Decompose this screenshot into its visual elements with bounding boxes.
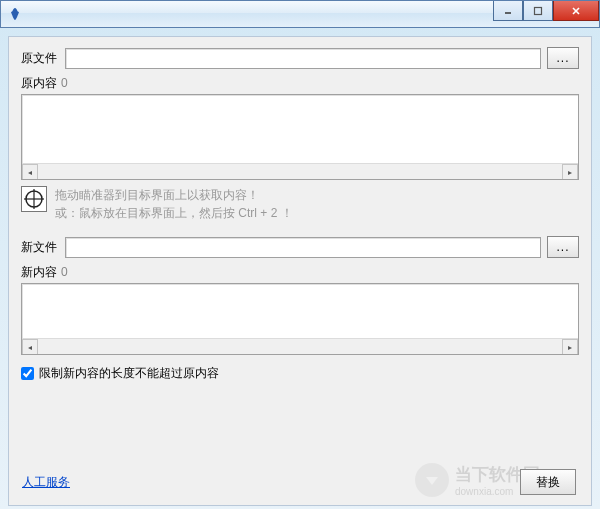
horizontal-scrollbar[interactable]: ◂ ▸ — [22, 163, 578, 179]
limit-length-checkbox[interactable] — [21, 367, 34, 380]
source-file-label: 原文件 — [21, 50, 65, 67]
target-file-input[interactable] — [65, 237, 541, 258]
main-panel: 原文件 ... 原内容0 ◂ ▸ 拖动瞄准器到目标界面上以获取内容！ 或：鼠标放… — [8, 36, 592, 506]
manual-service-link[interactable]: 人工服务 — [22, 475, 70, 489]
target-browse-button[interactable]: ... — [547, 236, 579, 258]
app-icon — [7, 6, 23, 22]
hint-text: 拖动瞄准器到目标界面上以获取内容！ 或：鼠标放在目标界面上，然后按 Ctrl +… — [55, 186, 293, 222]
horizontal-scrollbar[interactable]: ◂ ▸ — [22, 338, 578, 354]
limit-length-label: 限制新内容的长度不能超过原内容 — [39, 365, 219, 382]
close-button[interactable] — [553, 1, 599, 21]
minimize-button[interactable] — [493, 1, 523, 21]
scroll-left-icon[interactable]: ◂ — [22, 339, 38, 355]
window-controls — [493, 1, 599, 21]
title-bar — [0, 0, 600, 28]
scroll-right-icon[interactable]: ▸ — [562, 164, 578, 180]
source-browse-button[interactable]: ... — [547, 47, 579, 69]
target-content-label: 新内容0 — [21, 264, 579, 281]
replace-button[interactable]: 替换 — [520, 469, 576, 495]
source-content-textarea[interactable]: ◂ ▸ — [21, 94, 579, 180]
svg-rect-1 — [535, 7, 542, 14]
scroll-right-icon[interactable]: ▸ — [562, 339, 578, 355]
source-file-input[interactable] — [65, 48, 541, 69]
target-content-textarea[interactable]: ◂ ▸ — [21, 283, 579, 355]
scroll-left-icon[interactable]: ◂ — [22, 164, 38, 180]
crosshair-icon[interactable] — [21, 186, 47, 212]
maximize-button[interactable] — [523, 1, 553, 21]
source-content-label: 原内容0 — [21, 75, 579, 92]
target-file-label: 新文件 — [21, 239, 65, 256]
